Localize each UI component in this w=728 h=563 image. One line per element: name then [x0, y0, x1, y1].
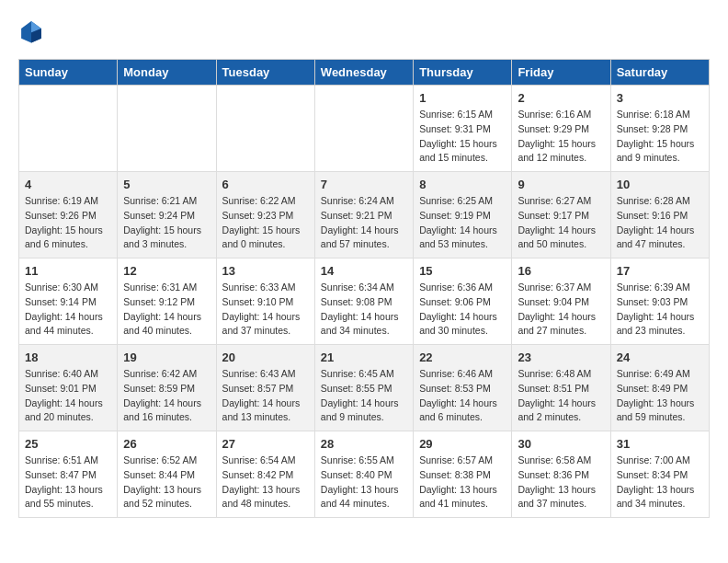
- day-info: Sunrise: 6:58 AM Sunset: 8:36 PM Dayligh…: [518, 454, 604, 511]
- calendar-cell: 21Sunrise: 6:45 AM Sunset: 8:55 PM Dayli…: [314, 345, 413, 431]
- calendar-cell: [19, 86, 118, 172]
- calendar-cell: 31Sunrise: 7:00 AM Sunset: 8:34 PM Dayli…: [610, 431, 709, 518]
- day-info: Sunrise: 6:30 AM Sunset: 9:14 PM Dayligh…: [25, 281, 111, 339]
- calendar-cell: 11Sunrise: 6:30 AM Sunset: 9:14 PM Dayli…: [19, 259, 118, 345]
- day-number: 9: [518, 178, 604, 191]
- day-number: 12: [123, 264, 210, 278]
- calendar-cell: 4Sunrise: 6:19 AM Sunset: 9:26 PM Daylig…: [19, 172, 118, 259]
- day-info: Sunrise: 6:45 AM Sunset: 8:55 PM Dayligh…: [321, 367, 407, 425]
- calendar-cell: 5Sunrise: 6:21 AM Sunset: 9:24 PM Daylig…: [118, 172, 216, 259]
- day-number: 19: [123, 350, 210, 364]
- calendar-cell: 17Sunrise: 6:39 AM Sunset: 9:03 PM Dayli…: [610, 259, 709, 345]
- day-number: 8: [419, 178, 506, 191]
- day-number: 24: [617, 350, 703, 364]
- day-header-saturday: Saturday: [610, 60, 709, 86]
- day-info: Sunrise: 6:54 AM Sunset: 8:42 PM Dayligh…: [222, 454, 309, 511]
- day-header-monday: Monday: [118, 60, 216, 86]
- calendar-cell: 25Sunrise: 6:51 AM Sunset: 8:47 PM Dayli…: [19, 431, 118, 518]
- day-info: Sunrise: 6:19 AM Sunset: 9:26 PM Dayligh…: [25, 194, 111, 252]
- calendar-cell: 24Sunrise: 6:49 AM Sunset: 8:49 PM Dayli…: [610, 345, 709, 431]
- calendar-cell: 9Sunrise: 6:27 AM Sunset: 9:17 PM Daylig…: [512, 172, 610, 259]
- day-number: 17: [617, 264, 703, 278]
- day-number: 21: [321, 350, 407, 364]
- day-info: Sunrise: 6:15 AM Sunset: 9:31 PM Dayligh…: [419, 108, 506, 166]
- day-info: Sunrise: 6:18 AM Sunset: 9:28 PM Dayligh…: [617, 108, 703, 166]
- day-info: Sunrise: 6:34 AM Sunset: 9:08 PM Dayligh…: [321, 281, 407, 339]
- calendar-cell: 14Sunrise: 6:34 AM Sunset: 9:08 PM Dayli…: [314, 259, 413, 345]
- calendar-header-row: SundayMondayTuesdayWednesdayThursdayFrid…: [19, 60, 710, 86]
- day-number: 7: [321, 178, 407, 191]
- day-info: Sunrise: 6:27 AM Sunset: 9:17 PM Dayligh…: [518, 194, 604, 252]
- day-number: 31: [617, 437, 703, 451]
- day-number: 26: [123, 437, 210, 451]
- day-info: Sunrise: 7:00 AM Sunset: 8:34 PM Dayligh…: [617, 454, 703, 511]
- day-number: 30: [518, 437, 604, 451]
- calendar-cell: 12Sunrise: 6:31 AM Sunset: 9:12 PM Dayli…: [118, 259, 216, 345]
- day-info: Sunrise: 6:42 AM Sunset: 8:59 PM Dayligh…: [123, 367, 210, 425]
- day-number: 20: [222, 350, 309, 364]
- day-number: 11: [25, 264, 111, 278]
- calendar-cell: 13Sunrise: 6:33 AM Sunset: 9:10 PM Dayli…: [216, 259, 314, 345]
- day-number: 13: [222, 264, 309, 278]
- day-info: Sunrise: 6:37 AM Sunset: 9:04 PM Dayligh…: [518, 281, 604, 339]
- day-header-friday: Friday: [512, 60, 610, 86]
- calendar-cell: 3Sunrise: 6:18 AM Sunset: 9:28 PM Daylig…: [610, 86, 709, 172]
- day-info: Sunrise: 6:51 AM Sunset: 8:47 PM Dayligh…: [25, 454, 111, 511]
- day-number: 28: [321, 437, 407, 451]
- calendar-cell: 2Sunrise: 6:16 AM Sunset: 9:29 PM Daylig…: [512, 86, 610, 172]
- calendar-week-row: 11Sunrise: 6:30 AM Sunset: 9:14 PM Dayli…: [19, 259, 710, 345]
- day-number: 25: [25, 437, 111, 451]
- day-info: Sunrise: 6:55 AM Sunset: 8:40 PM Dayligh…: [321, 454, 407, 511]
- calendar-cell: 20Sunrise: 6:43 AM Sunset: 8:57 PM Dayli…: [216, 345, 314, 431]
- day-number: 29: [419, 437, 506, 451]
- day-number: 4: [25, 178, 111, 191]
- calendar-cell: 23Sunrise: 6:48 AM Sunset: 8:51 PM Dayli…: [512, 345, 610, 431]
- calendar-cell: 8Sunrise: 6:25 AM Sunset: 9:19 PM Daylig…: [414, 172, 512, 259]
- calendar-cell: [314, 86, 413, 172]
- calendar-cell: 26Sunrise: 6:52 AM Sunset: 8:44 PM Dayli…: [118, 431, 216, 518]
- day-number: 1: [419, 91, 506, 105]
- calendar-week-row: 4Sunrise: 6:19 AM Sunset: 9:26 PM Daylig…: [19, 172, 710, 259]
- day-number: 23: [518, 350, 604, 364]
- calendar-cell: 6Sunrise: 6:22 AM Sunset: 9:23 PM Daylig…: [216, 172, 314, 259]
- calendar-cell: 19Sunrise: 6:42 AM Sunset: 8:59 PM Dayli…: [118, 345, 216, 431]
- day-number: 27: [222, 437, 309, 451]
- logo-icon: [18, 18, 44, 44]
- day-number: 18: [25, 350, 111, 364]
- calendar-cell: [118, 86, 216, 172]
- calendar-cell: 27Sunrise: 6:54 AM Sunset: 8:42 PM Dayli…: [216, 431, 314, 518]
- calendar-week-row: 18Sunrise: 6:40 AM Sunset: 9:01 PM Dayli…: [19, 345, 710, 431]
- day-number: 14: [321, 264, 407, 278]
- day-info: Sunrise: 6:16 AM Sunset: 9:29 PM Dayligh…: [518, 108, 604, 166]
- day-info: Sunrise: 6:21 AM Sunset: 9:24 PM Dayligh…: [123, 194, 210, 252]
- calendar-cell: 10Sunrise: 6:28 AM Sunset: 9:16 PM Dayli…: [610, 172, 709, 259]
- calendar-cell: 18Sunrise: 6:40 AM Sunset: 9:01 PM Dayli…: [19, 345, 118, 431]
- calendar-cell: 16Sunrise: 6:37 AM Sunset: 9:04 PM Dayli…: [512, 259, 610, 345]
- calendar-cell: [216, 86, 314, 172]
- day-number: 22: [419, 350, 506, 364]
- day-number: 3: [617, 91, 703, 105]
- day-number: 6: [222, 178, 309, 191]
- day-info: Sunrise: 6:36 AM Sunset: 9:06 PM Dayligh…: [419, 281, 506, 339]
- day-header-thursday: Thursday: [414, 60, 512, 86]
- calendar-cell: 15Sunrise: 6:36 AM Sunset: 9:06 PM Dayli…: [414, 259, 512, 345]
- page-header: [18, 18, 710, 44]
- day-header-wednesday: Wednesday: [314, 60, 413, 86]
- day-info: Sunrise: 6:33 AM Sunset: 9:10 PM Dayligh…: [222, 281, 309, 339]
- calendar-week-row: 25Sunrise: 6:51 AM Sunset: 8:47 PM Dayli…: [19, 431, 710, 518]
- calendar-cell: 28Sunrise: 6:55 AM Sunset: 8:40 PM Dayli…: [314, 431, 413, 518]
- day-info: Sunrise: 6:57 AM Sunset: 8:38 PM Dayligh…: [419, 454, 506, 511]
- calendar-cell: 1Sunrise: 6:15 AM Sunset: 9:31 PM Daylig…: [414, 86, 512, 172]
- day-info: Sunrise: 6:24 AM Sunset: 9:21 PM Dayligh…: [321, 194, 407, 252]
- day-info: Sunrise: 6:46 AM Sunset: 8:53 PM Dayligh…: [419, 367, 506, 425]
- calendar-cell: 7Sunrise: 6:24 AM Sunset: 9:21 PM Daylig…: [314, 172, 413, 259]
- day-info: Sunrise: 6:28 AM Sunset: 9:16 PM Dayligh…: [617, 194, 703, 252]
- day-info: Sunrise: 6:48 AM Sunset: 8:51 PM Dayligh…: [518, 367, 604, 425]
- day-number: 15: [419, 264, 506, 278]
- day-info: Sunrise: 6:52 AM Sunset: 8:44 PM Dayligh…: [123, 454, 210, 511]
- calendar-cell: 22Sunrise: 6:46 AM Sunset: 8:53 PM Dayli…: [414, 345, 512, 431]
- calendar-cell: 30Sunrise: 6:58 AM Sunset: 8:36 PM Dayli…: [512, 431, 610, 518]
- day-info: Sunrise: 6:40 AM Sunset: 9:01 PM Dayligh…: [25, 367, 111, 425]
- day-info: Sunrise: 6:49 AM Sunset: 8:49 PM Dayligh…: [617, 367, 703, 425]
- day-number: 2: [518, 91, 604, 105]
